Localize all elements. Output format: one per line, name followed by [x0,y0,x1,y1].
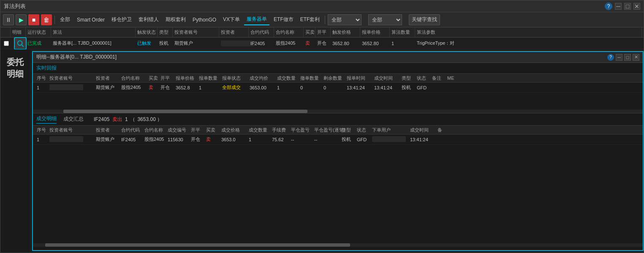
summary-paren-open: （ [130,116,135,122]
dth-oc: 开平 [159,75,174,81]
detail-restore-button[interactable]: □ [624,54,631,61]
tab-trade-detail[interactable]: 成交明细 [36,115,57,124]
dth-inv-acct: 投资者账号 [48,75,95,81]
dtd-traded-qty: 1 [276,85,299,90]
dth-seq: 序号 [35,75,48,81]
detail-close-button[interactable]: ✕ [633,54,639,61]
nav-vx-order[interactable]: VX下单 [220,14,242,25]
dth-me: ME [446,75,461,81]
keyword-search-button[interactable]: 关键字查找 [409,14,440,25]
ttd-bs: 卖 [205,136,220,143]
tth-trade-qty: 成交数量 [247,127,271,133]
tth-oc: 开平 [190,127,205,133]
filter-dropdown-1[interactable]: 全部 [328,14,361,25]
detail-title-buttons: ? ─ □ ✕ [607,54,639,61]
dtd-oc: 开仓 [159,84,174,91]
lower-empty-space [33,145,643,243]
trade-table-header: 序号 投资者账号 投资者 合约代码 合约名称 成交编号 开平 买卖 成交价格 成… [33,125,643,135]
minimize-button[interactable]: ─ [615,3,622,10]
dtd-order-qty: 1 [198,85,221,90]
dth-avg-price: 成交均价 [248,75,276,81]
left-label-line1: 委托 [7,56,24,68]
summary-qty: 1 [125,116,128,122]
dth-cancel-qty: 撤单数量 [299,75,322,81]
trade-tabs: 成交明细 成交汇总 IF2405 卖出 1 （ 3653.00 ） [33,113,643,125]
nav-arbitrage-hunter[interactable]: 套利猎人 [136,14,161,25]
th-contract-code: 合约代码 [249,27,274,37]
nav-etf-market[interactable]: ETF做市 [271,14,296,25]
tth-user: 下单用户 [371,127,409,133]
bottom-bar [33,247,643,250]
delete-button[interactable]: 🗑 [41,14,52,25]
upper-scroll[interactable] [33,110,643,113]
td-bs: 卖 [304,38,315,49]
tth-pnl-net: 平仓盈亏(逐笔) [313,127,340,133]
stop-button[interactable]: ■ [28,14,39,25]
td-contract-code: IF2405 [249,38,274,49]
tab-trade-summary[interactable]: 成交汇总 [63,116,84,124]
content-area: 委托 明细 明细--服务器单[0... TJBD_0000001] ? ─ □ … [0,49,644,253]
filter-dropdown-2[interactable]: 全部 [368,14,402,25]
th-open-close: 开平 [315,27,331,37]
td-checkbox[interactable] [2,38,11,49]
dth-remark: 备注 [431,75,446,81]
th-bs: 买卖 [304,27,315,37]
lower-user-masked [372,136,406,142]
dth-order-status: 报单状态 [221,75,248,81]
detail-title-bar: 明细--服务器单[0... TJBD_0000001] ? ─ □ ✕ [33,52,643,63]
ttd-type: 投机 [340,136,356,143]
th-detail: 明细 [11,27,26,37]
trade-table-row[interactable]: 1 期货账户 IF2405 股指2405 115630 开仓 卖 3653.0 … [33,135,643,145]
dtd-remain-qty: 0 [322,85,345,90]
summary-contract: IF2405 [94,116,109,122]
realtime-table-row[interactable]: 1 期货账户 股指2405 卖 开仓 3652.8 1 全部成交 3653.00… [33,83,643,93]
ttd-contract-code: IF2405 [120,137,143,142]
summary-price: 3653.00 [137,116,155,122]
nav-migration[interactable]: 移仓护卫 [109,14,134,25]
left-label-line2: 明细 [7,68,24,80]
nav-etf-arbitrage[interactable]: ETF套利 [298,14,323,25]
row-checkbox[interactable] [4,41,9,46]
th-investor-acct: 投资者账号 [173,27,219,37]
nav-smart-order[interactable]: Smart Order [74,14,107,25]
ttd-trade-time: 13:41:24 [409,137,436,142]
tth-seq: 序号 [35,127,48,133]
th-algo-qty: 算法数量 [390,27,415,37]
lower-scroll[interactable] [33,243,643,247]
th-order-price: 报单价格 [360,27,390,37]
th-investor: 投资者 [219,27,249,37]
pause-button[interactable]: ⏸ [3,14,14,25]
nav-all[interactable]: 全部 [57,14,73,25]
ttd-trade-qty: 1 [247,137,271,142]
nav-server-order[interactable]: 服务器单 [244,14,269,25]
detail-help-button[interactable]: ? [607,54,614,61]
close-button[interactable]: ✕ [633,3,640,10]
table-row[interactable]: 已完成 服务器单[... TJBD_0000001] 已触发 投机 期货账户 I… [0,38,644,49]
dtd-order-price: 3652.8 [174,85,198,90]
ttd-pnl-net: -- [313,137,340,142]
help-button[interactable]: ? [605,3,612,10]
nav-python-go[interactable]: PythonGO [190,14,219,25]
td-algo-params: TrigPriceType：对 [415,38,642,49]
tth-contract-name: 合约名称 [143,127,166,133]
toolbar: ⏸ ▶ ■ 🗑 全部 Smart Order 移仓护卫 套利猎人 期权套利 Py… [0,12,644,27]
detail-search-button[interactable] [14,37,27,50]
td-investor-acct: 期货账户 [173,38,219,49]
td-trig-price: 3652.80 [331,38,360,49]
dth-order-time: 报单时间 [345,75,373,81]
realtime-table-header: 序号 投资者账号 投资者 合约名称 买卖 开平 报单价格 报单数量 报单状态 成… [33,73,643,83]
detail-window: 明细--服务器单[0... TJBD_0000001] ? ─ □ ✕ 实时回报… [32,51,644,251]
th-trig-price: 触发价格 [331,27,360,37]
detail-minimize-button[interactable]: ─ [616,54,622,61]
restore-button[interactable]: □ [624,3,631,10]
ttd-trade-id: 115630 [166,137,190,142]
th-contract-name: 合约名称 [274,27,304,37]
ttd-commission: 75.62 [271,137,290,142]
nav-options-arbitrage[interactable]: 期权套利 [163,14,188,25]
tth-trade-time: 成交时间 [409,127,436,133]
dtd-seq: 1 [35,85,48,90]
tth-commission: 手续费 [271,127,290,133]
trade-summary-text: IF2405 卖出 1 （ 3653.00 ） [94,116,162,123]
play-button[interactable]: ▶ [16,14,27,25]
dtd-avg-price: 3653.00 [248,85,276,90]
